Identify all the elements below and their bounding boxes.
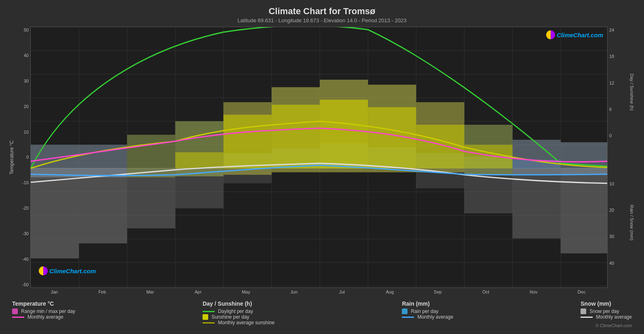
watermark-bottom: © ClimeChart.com [581, 323, 632, 328]
y-tick-right: 10 [609, 181, 614, 186]
x-tick-jan: Jan [34, 289, 74, 294]
y-tick-right: 0 [609, 133, 614, 138]
logo-top-right: ClimeChart.com [546, 30, 603, 39]
y-axis-right-1: 24 18 12 6 0 10 20 30 40 [608, 27, 628, 288]
legend-area: Temperature °C Range min / max per day M… [8, 298, 636, 330]
y-tick-left: -40 [22, 257, 29, 262]
x-tick-feb: Feb [82, 289, 122, 294]
legend-line-daylight [203, 311, 215, 312]
legend-box-snow [581, 308, 586, 314]
x-tick-apr: Apr [178, 289, 218, 294]
legend-box-sunshine [203, 314, 208, 320]
legend-rain-title: Rain (mm) [402, 300, 453, 307]
y-ticks-left: 50 40 30 20 10 0 -10 -20 -30 -40 -50 [15, 27, 30, 288]
logo-text-top: ClimeChart.com [557, 32, 603, 38]
y-tick-right: 20 [609, 208, 614, 213]
legend-box-rain [402, 308, 408, 314]
legend-item-snow-day: Snow per day [581, 308, 632, 314]
svg-rect-23 [79, 168, 127, 243]
chart-title: Climate Chart for Tromsø [8, 6, 636, 17]
legend-sunshine: Day / Sunshine (h) Daylight per day Suns… [203, 300, 274, 328]
y-tick-left: 0 [26, 155, 29, 160]
legend-item-rain-day: Rain per day [402, 308, 453, 314]
legend-label-avg-sunshine: Monthly average sunshine [218, 320, 274, 325]
legend-label-rain-day: Rain per day [411, 308, 438, 314]
y-tick-left: -50 [22, 282, 29, 287]
x-tick-jun: Jun [274, 289, 314, 294]
svg-rect-52 [272, 105, 320, 168]
logo-text-bottom: ClimeChart.com [49, 268, 96, 274]
x-tick-jul: Jul [322, 289, 362, 294]
svg-rect-30 [561, 168, 607, 253]
x-tick-aug: Aug [370, 289, 410, 294]
legend-label-monthly-snow: Monthly average [596, 314, 632, 320]
logo-circle-bottom [39, 266, 48, 275]
y-tick-right: 12 [609, 81, 614, 85]
legend-box-range [12, 308, 18, 314]
y-tick-left: 10 [24, 130, 29, 134]
chart-canvas: ClimeChart.com ClimeChart.com [30, 27, 608, 288]
legend-label-monthly-rain: Monthly average [417, 314, 453, 320]
x-tick-may: May [226, 289, 266, 294]
svg-rect-50 [175, 152, 224, 168]
chart-subtitle: Latitude 69.631 - Longitude 18.673 - Ele… [8, 17, 636, 23]
legend-item-monthly-rain: Monthly average [402, 314, 453, 320]
legend-line-monthly-snow [581, 317, 593, 318]
y-tick-left: -10 [22, 180, 29, 185]
x-tick-oct: Oct [465, 289, 506, 294]
y-tick-left: 30 [24, 79, 29, 83]
legend-line-monthly-rain [402, 317, 414, 318]
svg-rect-55 [416, 125, 464, 168]
y-tick-right: 18 [609, 54, 614, 59]
legend-item-range: Range min / max per day [12, 308, 75, 314]
y-tick-left: -20 [22, 206, 29, 211]
chart-header: Climate Chart for Tromsø Latitude 69.631… [8, 6, 636, 23]
legend-sunshine-title: Day / Sunshine (h) [203, 300, 274, 307]
y-axis-right-label-1: Day / Sunshine (h) [628, 27, 636, 157]
x-tick-dec: Dec [562, 289, 602, 294]
legend-label-range: Range min / max per day [21, 308, 75, 314]
legend-label-daylight: Daylight per day [218, 308, 253, 314]
y-axis-right-label-2: Rain / Snow (mm) [628, 157, 636, 288]
legend-item-daylight: Daylight per day [203, 308, 274, 314]
x-tick-nov: Nov [513, 289, 554, 294]
svg-rect-39 [79, 145, 127, 177]
legend-item-sunshine-day: Sunshine per day [203, 314, 274, 320]
legend-line-monthly-temp [12, 317, 24, 318]
legend-rain: Rain (mm) Rain per day Monthly average [402, 300, 453, 328]
y-tick-left: -30 [22, 231, 29, 236]
page-container: Climate Chart for Tromsø Latitude 69.631… [0, 0, 644, 334]
y-axis-left: Temperature °C 50 40 30 20 10 0 -10 -20 … [8, 27, 30, 288]
svg-rect-51 [224, 115, 272, 168]
legend-label-snow-day: Snow per day [589, 308, 619, 314]
y-tick-left: 50 [24, 28, 29, 32]
x-tick-sep: Sep [418, 289, 458, 294]
legend-temp: Temperature °C Range min / max per day M… [12, 300, 75, 328]
legend-item-monthly-snow: Monthly average [581, 314, 632, 320]
y-tick-left: 40 [24, 53, 29, 58]
y-tick-right: 40 [609, 261, 614, 266]
logo-circle-top [546, 30, 555, 39]
legend-temp-title: Temperature °C [12, 300, 75, 307]
y-ticks-right-1: 24 18 12 6 0 10 20 30 40 [608, 27, 614, 288]
y-tick-right: 6 [609, 107, 614, 112]
x-axis: Jan Feb Mar Apr May Jun Jul Aug Sep Oct … [30, 288, 606, 294]
svg-rect-49 [561, 142, 607, 174]
x-tick-mar: Mar [130, 289, 170, 294]
y-tick-right: 24 [609, 28, 614, 32]
y-axis-right-labels: Day / Sunshine (h) Rain / Snow (mm) [628, 27, 636, 288]
legend-item-monthly-temp: Monthly average [12, 314, 75, 320]
legend-label-monthly-temp: Monthly average [27, 314, 63, 320]
legend-snow-title: Snow (mm) [581, 300, 632, 307]
y-tick-right: 30 [609, 234, 614, 239]
legend-line-avg-sunshine [203, 322, 215, 323]
svg-rect-29 [513, 168, 561, 238]
legend-label-sunshine-day: Sunshine per day [211, 314, 249, 320]
svg-rect-53 [320, 100, 368, 168]
logo-bottom-left: ClimeChart.com [39, 266, 96, 275]
y-tick-left: 20 [24, 104, 29, 109]
legend-item-avg-sunshine: Monthly average sunshine [203, 320, 274, 325]
y-axis-left-label: Temperature °C [8, 27, 15, 288]
chart-svg [31, 27, 607, 287]
legend-snow: Snow (mm) Snow per day Monthly average ©… [581, 300, 632, 328]
